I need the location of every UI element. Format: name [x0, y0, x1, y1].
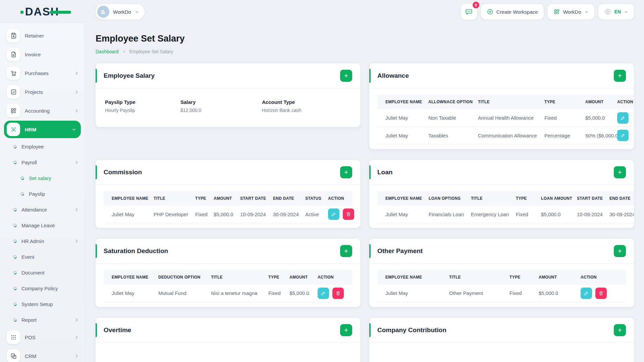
- sidebar-item-system-setup[interactable]: System Setup: [0, 296, 84, 312]
- sidebar-item-projects[interactable]: Projects: [0, 82, 84, 101]
- card-employee-salary: Employee Salary Payslip TypeHourly Paysl…: [96, 63, 360, 127]
- add-employee-salary-button[interactable]: [340, 70, 352, 82]
- chevron-right-icon: [74, 207, 79, 212]
- column-header: AMOUNT: [281, 270, 310, 285]
- sidebar-item-hr-admin[interactable]: HR Admin: [0, 233, 84, 249]
- bullet-icon: [12, 144, 17, 149]
- column-header: LOAN AMOUNT: [533, 191, 569, 206]
- add-saturation-deduction-button[interactable]: [340, 245, 352, 257]
- accounting-icon: [7, 104, 20, 117]
- sidebar-item-event[interactable]: Event: [0, 249, 84, 265]
- sidebar-item-label: Purchases: [25, 70, 49, 76]
- sidebar-item-set-salary[interactable]: Set salary: [0, 170, 84, 186]
- edit-button[interactable]: [581, 288, 592, 299]
- sidebar-item-document[interactable]: Document: [0, 265, 84, 281]
- add-loan-button[interactable]: [614, 166, 626, 178]
- column-header: EMPLOYEE NAME: [377, 95, 420, 109]
- table-cell: Juliet May: [104, 206, 146, 223]
- retainer-icon: [7, 29, 20, 42]
- sidebar-item-purchases[interactable]: Purchases: [0, 64, 84, 82]
- field-salary: Salary$12,000.0: [180, 99, 262, 113]
- edit-button[interactable]: [617, 112, 629, 124]
- sidebar-item-label: Payslip: [29, 191, 45, 197]
- card-title: Saturation Deduction: [104, 247, 168, 255]
- column-header: EMPLOYEE NAME: [377, 270, 441, 285]
- commission-table: EMPLOYEE NAMETITLETYPEAMOUNTSTART DATEEN…: [96, 185, 360, 228]
- globe-icon: [604, 8, 611, 15]
- column-header: DEDUCTION OPTION: [150, 270, 203, 285]
- table-cell: Annual Health Allowance: [470, 109, 536, 127]
- language-selector[interactable]: EN: [598, 4, 634, 19]
- add-allowance-button[interactable]: [614, 70, 626, 82]
- breadcrumb-home-link[interactable]: Dashboard: [96, 49, 119, 54]
- sidebar-item-pos[interactable]: POS: [0, 328, 84, 347]
- edit-icon: [321, 291, 326, 296]
- table-cell: Fixed: [536, 109, 577, 127]
- sidebar-item-accounting[interactable]: Accounting: [0, 101, 84, 120]
- sidebar-item-payslip[interactable]: Payslip: [0, 186, 84, 202]
- chat-icon: [465, 8, 473, 16]
- sidebar-item-retainer[interactable]: Retainer: [0, 26, 84, 45]
- column-header: EMPLOYEE NAME: [377, 191, 421, 206]
- column-header: ACTION: [310, 270, 352, 285]
- card-title: Employee Salary: [104, 72, 155, 79]
- chevron-right-icon: [74, 354, 79, 358]
- card-allowance: Allowance EMPLOYEE NAMEALLOWNACE OPTIONT…: [369, 63, 634, 149]
- sidebar-item-hrm[interactable]: HRM: [4, 121, 81, 138]
- edit-icon: [620, 133, 626, 138]
- sidebar-item-payroll[interactable]: Payroll: [0, 155, 84, 170]
- add-commission-button[interactable]: [340, 166, 352, 178]
- table-cell: Other Payment: [441, 285, 501, 302]
- sidebar-item-employee[interactable]: Employee: [0, 139, 84, 155]
- edit-button[interactable]: [328, 208, 339, 220]
- purchases-icon: [7, 66, 20, 80]
- sidebar-item-invoice[interactable]: Invoice: [0, 45, 84, 64]
- table-cell: $5,000.0: [533, 206, 569, 223]
- add-company-contribution-button[interactable]: [614, 324, 626, 336]
- delete-button[interactable]: [343, 208, 354, 220]
- field-account-type: Account TypeHorizon Bank cash: [262, 99, 352, 113]
- workdo-menu-button[interactable]: WorkDo: [548, 4, 594, 19]
- sidebar-item-report[interactable]: Report: [0, 312, 84, 328]
- column-header: TITLE: [463, 191, 508, 206]
- saturation-deduction-table: EMPLOYEE NAMEDEDUCTION OPTIONTITLETYPEAM…: [96, 264, 360, 307]
- table-cell: 10-09-2024: [232, 206, 265, 223]
- sidebar-item-company-policy[interactable]: Company Policy: [0, 281, 84, 296]
- breadcrumb-current: Employee Set Salary: [129, 49, 173, 54]
- grid-plus-icon: [553, 8, 560, 15]
- table-cell: Fixed: [501, 285, 531, 302]
- card-title: Loan: [377, 169, 392, 176]
- add-other-payment-button[interactable]: [614, 245, 626, 257]
- add-overtime-button[interactable]: [340, 324, 352, 336]
- edit-button[interactable]: [318, 288, 329, 299]
- workspace-selector[interactable]: WorkDo: [96, 4, 145, 19]
- allowance-table: EMPLOYEE NAMEALLOWNACE OPTIONTITLETYPEAM…: [369, 88, 634, 149]
- projects-icon: [7, 85, 20, 99]
- table-cell: PHP Developer: [146, 206, 187, 223]
- create-workspace-button[interactable]: Create Workspace: [481, 4, 544, 19]
- chevron-right-icon: [74, 90, 79, 94]
- edit-button[interactable]: [617, 130, 629, 141]
- card-commission: Commission EMPLOYEE NAMETITLETYPEAMOUNTS…: [96, 160, 360, 228]
- other-payment-table: EMPLOYEE NAMETITLETYPEAMOUNTACTIONJuliet…: [369, 264, 634, 307]
- card-title: Company Contribution: [377, 326, 446, 334]
- messages-button[interactable]: 0: [461, 4, 477, 20]
- sidebar-item-manage-leave[interactable]: Manage Leave: [0, 218, 84, 233]
- pos-icon: [7, 330, 20, 344]
- logo-dash-bar: [50, 11, 71, 14]
- brand-logo[interactable]: DASH: [0, 5, 84, 18]
- sidebar-item-label: Employee: [21, 144, 44, 149]
- delete-button[interactable]: [332, 288, 344, 299]
- sidebar-item-crm[interactable]: CRM: [0, 347, 84, 362]
- plus-icon: [617, 248, 623, 254]
- column-header: AMOUNT: [531, 270, 573, 285]
- table-cell-actions: [573, 285, 626, 302]
- sidebar-item-attendance[interactable]: Attendance: [0, 202, 84, 218]
- delete-button[interactable]: [595, 288, 607, 299]
- field-label: Payslip Type: [105, 99, 180, 105]
- top-actions: 0 Create Workspace WorkDo EN: [461, 4, 634, 20]
- chevron-down-icon: [72, 127, 76, 132]
- table-cell: Fixed: [260, 285, 281, 302]
- field-value: Hourly Payslip: [105, 108, 180, 113]
- sidebar-item-label: Manage Leave: [21, 223, 55, 228]
